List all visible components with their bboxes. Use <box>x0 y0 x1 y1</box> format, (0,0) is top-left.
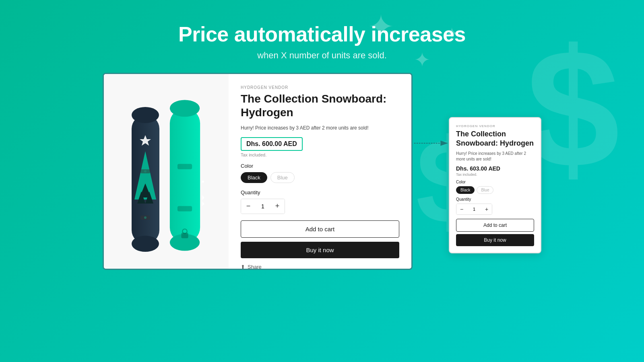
qty-decrease-btn[interactable]: − <box>241 199 256 214</box>
mini-buy-it-now-btn[interactable]: Buy it now <box>456 234 534 246</box>
svg-rect-17 <box>178 206 192 211</box>
product-details: HYDROGEN VENDOR The Collection Snowboard… <box>229 74 411 269</box>
color-options: Black Blue <box>241 172 399 183</box>
mini-color-black-btn[interactable]: Black <box>456 186 475 194</box>
mini-tax: Tax included. <box>456 173 534 177</box>
share-link[interactable]: ⬆ Share <box>241 264 399 269</box>
mini-product-card: HYDROGEN VENDOR The Collection Snowboard… <box>449 117 541 253</box>
mini-product-title: The Collection Snowboard: Hydrogen <box>456 130 534 148</box>
qty-value: 1 <box>256 203 270 210</box>
svg-rect-10 <box>140 169 150 173</box>
tax-label: Tax included. <box>241 152 399 157</box>
quantity-label: Quantity <box>241 189 399 195</box>
mini-qty-value: 1 <box>467 207 481 212</box>
urgency-message: Hurry! Price increases by 3 AED after 2 … <box>241 125 399 132</box>
qty-increase-btn[interactable]: + <box>270 199 285 214</box>
quantity-stepper: − 1 + <box>241 199 285 214</box>
svg-point-13 <box>170 100 200 117</box>
arrow-svg <box>413 133 449 153</box>
svg-rect-11 <box>140 216 150 220</box>
main-product-card: Hydrogen HYDROGEN VENDOR The Collection … <box>103 73 413 270</box>
mini-qty-decrease-btn[interactable]: − <box>456 204 467 214</box>
add-to-cart-btn[interactable]: Add to cart <box>241 220 399 238</box>
page-subtitle: when X number of units are sold. <box>0 50 644 61</box>
mini-price: Dhs. 603.00 AED <box>456 165 534 172</box>
mini-qty-label: Quantity <box>456 197 534 202</box>
snowboards-container: Hydrogen <box>128 87 204 256</box>
svg-point-2 <box>132 236 159 252</box>
svg-text:Hydrogen: Hydrogen <box>199 144 204 206</box>
mini-color-options: Black Blue <box>456 186 534 194</box>
share-icon: ⬆ <box>241 264 245 269</box>
buy-it-now-btn[interactable]: Buy it now <box>241 242 399 258</box>
svg-rect-16 <box>178 164 192 169</box>
mini-qty-increase-btn[interactable]: + <box>481 204 492 214</box>
mini-qty-stepper: − 1 + <box>456 204 492 215</box>
color-section-label: Color <box>241 163 399 169</box>
mini-urgency: Hurry! Price increases by 3 AED after 2 … <box>456 151 534 162</box>
mini-vendor-label: HYDROGEN VENDOR <box>456 124 534 128</box>
snowboard-dark <box>128 103 163 256</box>
arrow-connector <box>413 133 449 153</box>
mini-color-label: Color <box>456 180 534 184</box>
vendor-label: HYDROGEN VENDOR <box>241 85 399 90</box>
svg-rect-12 <box>170 108 200 242</box>
product-images: Hydrogen <box>104 74 229 269</box>
content-area: Hydrogen HYDROGEN VENDOR The Collection … <box>0 73 644 270</box>
color-blue-btn[interactable]: Blue <box>270 172 295 183</box>
product-title: The Collection Snowboard: Hydrogen <box>241 92 399 119</box>
page-header: Price automatically increases when X num… <box>0 0 644 73</box>
share-label: Share <box>248 264 262 269</box>
snowboard-teal: Hydrogen <box>166 95 204 256</box>
color-black-btn[interactable]: Black <box>241 172 267 183</box>
svg-point-1 <box>132 107 159 123</box>
price-display: Dhs. 600.00 AED <box>241 137 303 151</box>
mini-color-blue-btn[interactable]: Blue <box>477 186 493 194</box>
mini-add-to-cart-btn[interactable]: Add to cart <box>456 219 534 232</box>
page-title: Price automatically increases <box>0 22 644 46</box>
